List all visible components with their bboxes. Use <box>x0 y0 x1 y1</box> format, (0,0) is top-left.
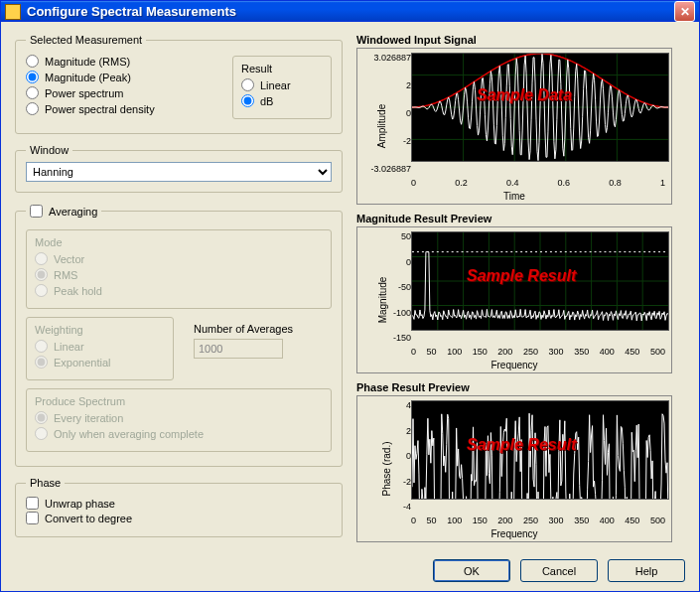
mode-option-peakhold: Peak hold <box>35 284 323 297</box>
num-averages-legend: Number of Averages <box>194 323 324 335</box>
windowed-canvas <box>411 53 669 162</box>
num-averages-input <box>194 339 283 359</box>
magnitude-title: Magnitude Result Preview <box>356 213 685 224</box>
window-group: Window Hanning <box>15 144 343 193</box>
measurement-option-peak[interactable]: Magnitude (Peak) <box>26 71 232 83</box>
averaging-group: Averaging Mode Vector RMS Peak hold Weig… <box>15 203 343 467</box>
result-option-db[interactable]: dB <box>241 94 323 107</box>
weighting-option-linear: Linear <box>35 340 165 353</box>
result-option-linear[interactable]: Linear <box>241 78 323 91</box>
window-title: Configure Spectral Measurements <box>27 4 674 19</box>
weighting-group: Weighting Linear Exponential <box>26 317 174 380</box>
result-legend: Result <box>241 63 323 74</box>
produce-option-every: Every iteration <box>35 411 323 424</box>
measurement-option-rms[interactable]: Magnitude (RMS) <box>26 55 232 68</box>
windowed-title: Windowed Input Signal <box>356 34 685 46</box>
app-icon <box>5 4 21 20</box>
help-button[interactable]: Help <box>608 559 685 582</box>
mode-option-rms: RMS <box>35 268 323 281</box>
produce-option-complete: Only when averaging complete <box>35 427 323 440</box>
titlebar: Configure Spectral Measurements ✕ <box>1 1 699 22</box>
selected-measurement-legend: Selected Measurement <box>26 34 146 46</box>
unwrap-phase-checkbox[interactable]: Unwrap phase <box>26 497 332 510</box>
windowed-preview: Windowed Input Signal Amplitude Time 3.0… <box>356 34 685 205</box>
cancel-button[interactable]: Cancel <box>520 559 598 582</box>
produce-legend: Produce Spectrum <box>35 395 323 407</box>
phase-plot: Phase (rad.) Frequency 420-2-4 050100150… <box>356 395 672 542</box>
phase-preview: Phase Result Preview Phase (rad.) Freque… <box>356 381 685 542</box>
convert-degree-checkbox[interactable]: Convert to degree <box>26 512 332 524</box>
mode-legend: Mode <box>35 236 323 248</box>
produce-spectrum-group: Produce Spectrum Every iteration Only wh… <box>26 388 332 452</box>
dialog-window: Configure Spectral Measurements ✕ Select… <box>0 0 700 592</box>
left-column: Selected Measurement Magnitude (RMS) Mag… <box>15 34 343 543</box>
measurement-option-power[interactable]: Power spectrum <box>26 86 232 99</box>
weighting-option-exp: Exponential <box>35 356 165 369</box>
averaging-legend: Averaging <box>26 203 101 220</box>
phase-xlabel: Frequency <box>490 528 537 539</box>
window-legend: Window <box>26 144 72 156</box>
magnitude-preview: Magnitude Result Preview Magnitude Frequ… <box>356 213 685 373</box>
ok-button[interactable]: OK <box>433 559 510 582</box>
averaging-checkbox[interactable] <box>30 205 43 218</box>
magnitude-xlabel: Frequency <box>490 360 537 370</box>
phase-title: Phase Result Preview <box>356 381 685 393</box>
phase-legend: Phase <box>26 477 65 489</box>
button-row: OK Cancel Help <box>1 553 699 592</box>
content-area: Selected Measurement Magnitude (RMS) Mag… <box>1 22 699 553</box>
num-averages-group: Number of Averages <box>186 317 332 380</box>
window-select[interactable]: Hanning <box>26 162 332 182</box>
windowed-yticks: 3.02688720-2-3.026887 <box>371 53 411 174</box>
right-column: Windowed Input Signal Amplitude Time 3.0… <box>356 34 685 543</box>
result-group: Result Linear dB <box>232 56 332 119</box>
windowed-plot: Amplitude Time 3.02688720-2-3.026887 <box>356 48 672 205</box>
phase-canvas <box>411 400 669 500</box>
phase-yticks: 420-2-4 <box>371 400 411 512</box>
mode-option-vector: Vector <box>35 252 323 265</box>
selected-measurement-group: Selected Measurement Magnitude (RMS) Mag… <box>15 34 343 134</box>
magnitude-yticks: 500-50-100-150 <box>371 231 411 343</box>
weighting-legend: Weighting <box>35 324 165 336</box>
magnitude-plot: Magnitude Frequency 500-50-100-150 <box>356 226 672 373</box>
phase-xticks: 050100150200250300350400450500 <box>411 516 665 525</box>
magnitude-xticks: 050100150200250300350400450500 <box>411 347 665 357</box>
measurement-option-psd[interactable]: Power spectral density <box>26 102 232 115</box>
mode-group: Mode Vector RMS Peak hold <box>26 229 332 309</box>
windowed-xlabel: Time <box>503 191 525 202</box>
windowed-xticks: 00.20.40.60.81 <box>411 178 665 188</box>
close-button[interactable]: ✕ <box>674 1 695 22</box>
phase-group: Phase Unwrap phase Convert to degree <box>15 477 343 537</box>
magnitude-canvas <box>411 231 669 331</box>
